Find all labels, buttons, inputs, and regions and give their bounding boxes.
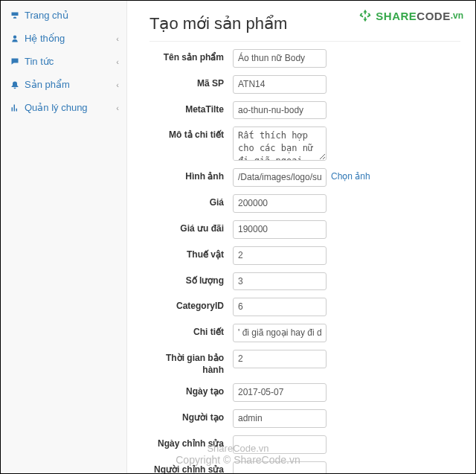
label-giauudai: Giá ưu đãi [149, 220, 233, 235]
choose-image-link[interactable]: Chọn ảnh [331, 168, 370, 182]
dashboard-icon [10, 11, 20, 20]
brand-logo: SHARECODE.vn [358, 8, 463, 23]
sidebar-item-label: Trang chủ [25, 10, 68, 21]
brand-text-2: CODE [416, 10, 450, 22]
input-nguoichinhsua[interactable] [233, 461, 327, 473]
sidebar-item-system[interactable]: Hệ thống ‹ [1, 27, 126, 50]
brand-text-1: SHARE [376, 10, 416, 22]
input-baohanh[interactable] [233, 350, 327, 368]
label-thuevat: Thuế vật [149, 246, 233, 261]
input-metatitle[interactable] [233, 101, 327, 120]
label-baohanh: Thời gian bảo hành [149, 350, 233, 376]
input-categoryid[interactable] [233, 298, 327, 316]
sidebar: Trang chủ Hệ thống ‹ Tin tức ‹ Sản phẩm … [1, 1, 127, 473]
textarea-mota[interactable]: Rất thích hợp cho các bạn nữ đi giã ngoạ… [233, 126, 327, 161]
brand-suffix: .vn [451, 10, 463, 21]
input-ngaytao[interactable] [233, 383, 327, 402]
divider [149, 41, 460, 42]
sidebar-item-label: Tin tức [25, 56, 54, 67]
label-soluong: Số lượng [149, 272, 233, 287]
chevron-left-icon: ‹ [116, 103, 119, 112]
sidebar-item-news[interactable]: Tin tức ‹ [1, 50, 126, 73]
label-nguoitao: Người tạo [149, 409, 233, 424]
label-ma-sp: Mã SP [149, 75, 233, 90]
sidebar-item-label: Hệ thống [25, 33, 65, 44]
label-hinhanh: Hình ảnh [149, 168, 233, 183]
sidebar-item-label: Sản phẩm [25, 79, 70, 90]
input-nguoitao[interactable] [233, 409, 327, 428]
input-gia[interactable] [233, 194, 327, 213]
sidebar-item-home[interactable]: Trang chủ [1, 4, 126, 27]
input-thuevat[interactable] [233, 246, 327, 265]
label-categoryid: CategoryID [149, 298, 233, 313]
label-ten-sp: Tên sản phẩm [149, 49, 233, 64]
label-ngaytao: Ngày tạo [149, 383, 233, 398]
sidebar-item-label: Quản lý chung [25, 102, 88, 113]
label-chitiet: Chi tiết [149, 324, 233, 339]
main-content: SHARECODE.vn Tạo mới sản phẩm Tên sản ph… [127, 1, 475, 473]
label-mota: Mô tả chi tiết [149, 126, 233, 141]
bell-icon [10, 80, 20, 89]
recycle-icon [358, 8, 373, 23]
sidebar-item-products[interactable]: Sản phẩm ‹ [1, 73, 126, 96]
input-giauudai[interactable] [233, 220, 327, 239]
input-hinhanh[interactable] [233, 168, 327, 187]
label-metatitle: MetaTilte [149, 101, 233, 116]
input-soluong[interactable] [233, 272, 327, 291]
chevron-left-icon: ‹ [116, 57, 119, 66]
chart-icon [10, 103, 20, 112]
label-gia: Giá [149, 194, 233, 209]
chevron-left-icon: ‹ [116, 80, 119, 89]
chevron-left-icon: ‹ [116, 34, 119, 43]
input-ngaychinhsua[interactable] [233, 435, 327, 454]
sidebar-item-management[interactable]: Quản lý chung ‹ [1, 96, 126, 119]
label-nguoichinhsua: Người chỉnh sửa [149, 461, 233, 473]
comment-icon [10, 57, 20, 66]
label-ngaychinhsua: Ngày chỉnh sửa [149, 435, 233, 450]
input-ten-sp[interactable] [233, 49, 327, 68]
input-chitiet[interactable] [233, 324, 327, 342]
input-ma-sp[interactable] [233, 75, 327, 94]
user-icon [10, 34, 20, 43]
